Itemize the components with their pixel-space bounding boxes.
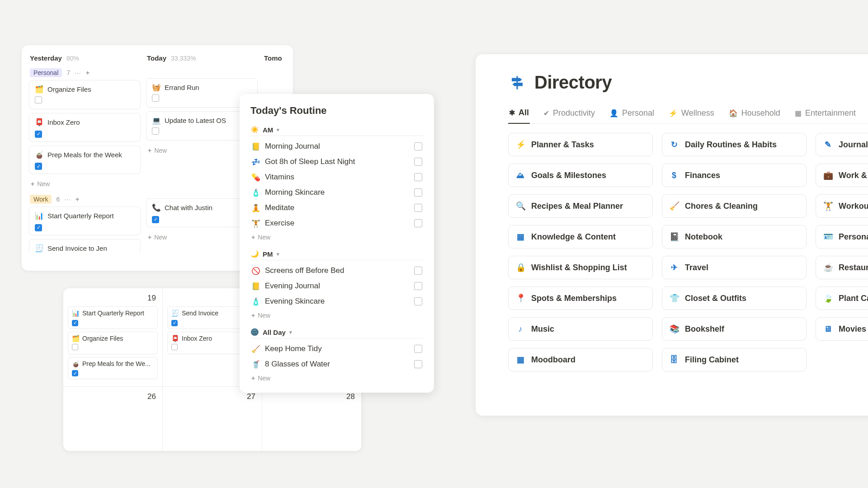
card-icon: ✎ bbox=[823, 140, 832, 150]
tab-label: Household bbox=[741, 108, 780, 118]
item-checkbox[interactable] bbox=[414, 142, 422, 150]
directory-card[interactable]: 📓Notebook bbox=[662, 225, 807, 249]
section-header-pm[interactable]: 🌙 PM ▾ bbox=[250, 247, 423, 260]
task-card[interactable]: 📮Inbox Zero bbox=[29, 113, 141, 142]
section-label: PM bbox=[263, 250, 273, 258]
calendar-task[interactable]: 🧉Prep Meals for the We... bbox=[68, 357, 158, 380]
directory-card[interactable]: 🪪Persona bbox=[816, 225, 868, 249]
routine-item[interactable]: 🧴Evening Skincare bbox=[250, 294, 423, 309]
directory-card[interactable]: 🧹Chores & Cleaning bbox=[662, 194, 807, 218]
task-checkbox[interactable] bbox=[152, 216, 159, 223]
directory-card[interactable]: $Finances bbox=[662, 164, 807, 187]
directory-card[interactable]: 💼Work & C bbox=[816, 164, 868, 187]
task-checkbox[interactable] bbox=[72, 320, 78, 326]
item-checkbox[interactable] bbox=[414, 158, 422, 166]
task-card[interactable]: 📊Start Quarterly Report bbox=[29, 206, 141, 235]
task-checkbox[interactable] bbox=[171, 320, 178, 326]
new-item-button[interactable]: +New bbox=[250, 309, 423, 322]
group-tag[interactable]: Personal bbox=[30, 68, 62, 77]
plus-icon: + bbox=[251, 312, 255, 319]
tab-icon: 👤 bbox=[609, 109, 618, 117]
task-checkbox[interactable] bbox=[35, 224, 42, 231]
directory-card[interactable]: ▦Moodboard bbox=[508, 348, 653, 371]
directory-card[interactable]: ↻Daily Routines & Habits bbox=[662, 133, 807, 156]
item-checkbox[interactable] bbox=[414, 267, 422, 275]
routine-item[interactable]: 🧹Keep Home Tidy bbox=[250, 341, 423, 357]
item-checkbox[interactable] bbox=[414, 173, 422, 181]
directory-tab[interactable]: ⚡Wellness bbox=[668, 105, 715, 123]
directory-card[interactable]: 📚Bookshelf bbox=[662, 317, 807, 341]
section-header-am[interactable]: ☀️ AM ▾ bbox=[250, 123, 423, 136]
calendar-day[interactable]: 27 bbox=[163, 387, 262, 451]
directory-card[interactable]: ✈Travel bbox=[662, 256, 807, 279]
new-item-button[interactable]: +New bbox=[250, 231, 423, 244]
calendar-day[interactable]: 28 bbox=[262, 387, 362, 451]
directory-card[interactable]: 🔍Recipes & Meal Planner bbox=[508, 194, 653, 218]
directory-tab[interactable]: ▦Entertainment bbox=[794, 105, 857, 123]
card-icon: 💼 bbox=[823, 170, 832, 180]
directory-card[interactable]: ☕Restaura bbox=[816, 256, 868, 279]
directory-card[interactable]: 📍Spots & Memberships bbox=[508, 286, 653, 310]
task-card[interactable]: 🧉Prep Meals for the Week bbox=[29, 145, 141, 174]
section-header-allday[interactable]: 🌚 All Day ▾ bbox=[250, 325, 423, 338]
item-checkbox[interactable] bbox=[414, 204, 422, 212]
group-more-icon[interactable]: ··· bbox=[64, 196, 71, 203]
directory-card[interactable]: 🗄Filing Cabinet bbox=[662, 348, 807, 371]
routine-item[interactable]: 🧴Morning Skincare bbox=[250, 185, 423, 200]
calendar-day[interactable]: 26 bbox=[63, 387, 163, 451]
new-item-button[interactable]: +New bbox=[250, 372, 423, 385]
group-add-icon[interactable]: + bbox=[86, 69, 90, 76]
task-checkbox[interactable] bbox=[35, 96, 42, 103]
item-checkbox[interactable] bbox=[414, 282, 422, 290]
task-checkbox[interactable] bbox=[152, 94, 159, 102]
directory-card[interactable]: 🍃Plant Ca bbox=[816, 286, 868, 310]
new-task-button[interactable]: +New bbox=[29, 178, 141, 190]
directory-card[interactable]: ♪Music bbox=[508, 317, 653, 341]
directory-card[interactable]: 🏋Workout bbox=[816, 194, 868, 218]
chevron-down-icon: ▾ bbox=[277, 251, 279, 257]
inbox-icon: 📮 bbox=[171, 335, 179, 342]
task-checkbox[interactable] bbox=[35, 131, 42, 138]
item-checkbox[interactable] bbox=[414, 297, 422, 305]
task-card[interactable]: 🧾Send Invoice to Jen bbox=[29, 239, 141, 253]
directory-card[interactable]: ⛰Goals & Milestones bbox=[508, 164, 653, 187]
item-checkbox[interactable] bbox=[414, 360, 422, 368]
directory-card[interactable]: 👕Closet & Outfits bbox=[662, 286, 807, 310]
routine-item[interactable]: 🥤8 Glasses of Water bbox=[250, 357, 423, 372]
directory-tab[interactable]: ✱All bbox=[508, 105, 530, 124]
task-checkbox[interactable] bbox=[171, 344, 178, 350]
day-number: 27 bbox=[167, 391, 257, 405]
routine-item[interactable]: 📒Evening Journal bbox=[250, 278, 423, 294]
calendar-day[interactable]: 19 📊Start Quarterly Report 🗂️Organize Fi… bbox=[63, 288, 163, 387]
calendar-task[interactable]: 📊Start Quarterly Report bbox=[68, 306, 158, 329]
routine-item[interactable]: 🧘Meditate bbox=[250, 200, 423, 216]
routine-item[interactable]: 📒Morning Journal bbox=[250, 139, 423, 154]
directory-card[interactable]: 🖥Movies & bbox=[816, 317, 868, 341]
calendar-task[interactable]: 🗂️Organize Files bbox=[68, 332, 158, 354]
routine-item[interactable]: 🏋️Exercise bbox=[250, 216, 423, 231]
task-checkbox[interactable] bbox=[35, 163, 42, 170]
item-checkbox[interactable] bbox=[414, 219, 422, 227]
group-tag[interactable]: Work bbox=[30, 195, 52, 204]
directory-tab[interactable]: 👤Personal bbox=[609, 105, 655, 123]
directory-grid: ⚡Planner & Tasks↻Daily Routines & Habits… bbox=[508, 133, 868, 371]
directory-card[interactable]: ✎Journal & bbox=[816, 133, 868, 156]
directory-card[interactable]: 🔒Wishlist & Shopping List bbox=[508, 256, 653, 279]
group-more-icon[interactable]: ··· bbox=[75, 69, 81, 76]
group-add-icon[interactable]: + bbox=[75, 196, 79, 203]
task-checkbox[interactable] bbox=[72, 370, 78, 376]
routine-item[interactable]: 💤Got 8h of Sleep Last Night bbox=[250, 154, 423, 169]
directory-tab[interactable]: 🏠Household bbox=[728, 105, 781, 123]
directory-card[interactable]: ▦Knowledge & Content bbox=[508, 225, 653, 249]
directory-tab[interactable]: ✔Productivity bbox=[542, 105, 596, 123]
folder-icon: 🗂️ bbox=[72, 335, 80, 342]
item-checkbox[interactable] bbox=[414, 345, 422, 353]
task-checkbox[interactable] bbox=[72, 344, 78, 350]
routine-item[interactable]: 🚫Screens off Before Bed bbox=[250, 263, 423, 278]
task-card[interactable]: 🗂️Organize Files bbox=[29, 80, 141, 109]
routine-item[interactable]: 💊Vitamins bbox=[250, 169, 423, 185]
item-checkbox[interactable] bbox=[414, 188, 422, 197]
directory-card[interactable]: ⚡Planner & Tasks bbox=[508, 133, 653, 156]
item-icon: 💊 bbox=[251, 173, 260, 182]
task-checkbox[interactable] bbox=[152, 127, 159, 135]
